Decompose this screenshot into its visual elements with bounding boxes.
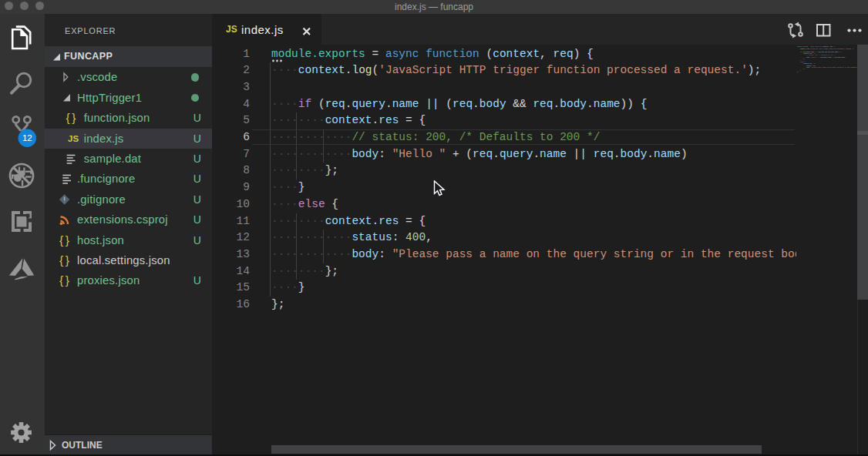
svg-text:12: 12 [22, 133, 32, 142]
